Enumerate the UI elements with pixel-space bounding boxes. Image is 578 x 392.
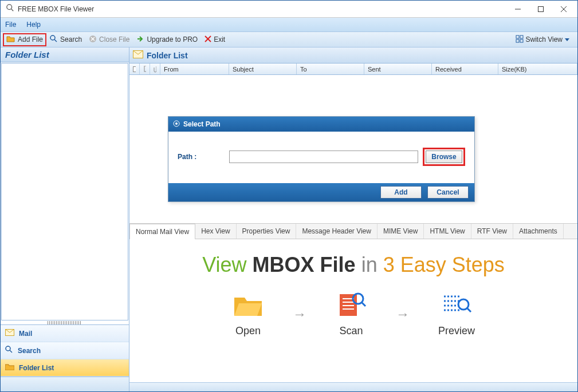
close-file-button[interactable]: Close File (85, 34, 133, 46)
switch-view-button[interactable]: Switch View (512, 34, 575, 46)
arrow-right-icon (136, 35, 144, 45)
tab-normal[interactable]: Normal Mail View (129, 224, 195, 239)
x-icon (205, 35, 211, 44)
dialog-body: Path : Browse (168, 132, 474, 183)
content-title: Folder List (147, 51, 188, 60)
document-search-icon (335, 291, 367, 320)
close-file-label: Close File (99, 35, 129, 43)
col-to[interactable]: To (297, 64, 364, 74)
sidebar: Folder List Mail Search Folder List (1, 47, 129, 391)
svg-rect-21 (133, 66, 136, 72)
content-panel: Folder List From Subject To Sent Receive… (129, 47, 577, 391)
step-scan-label: Scan (339, 325, 363, 337)
dialog-title: Select Path (183, 120, 221, 128)
nav-folder-list[interactable]: Folder List (1, 359, 129, 377)
close-button[interactable] (552, 1, 575, 17)
svg-line-37 (467, 308, 471, 312)
promo-w3: in (361, 253, 378, 276)
svg-point-0 (7, 4, 12, 9)
promo-w2: MBOX File (253, 253, 356, 276)
search-label: Search (60, 35, 82, 43)
col-from[interactable]: From (160, 64, 229, 74)
svg-rect-22 (144, 66, 146, 72)
svg-line-7 (54, 39, 57, 42)
promo-title: View MBOX File in 3 Easy Steps (129, 253, 577, 277)
svg-point-24 (175, 122, 178, 125)
nav-search[interactable]: Search (1, 342, 129, 359)
list-search-icon (441, 291, 473, 320)
svg-rect-15 (516, 39, 519, 42)
exit-button[interactable]: Exit (201, 34, 229, 45)
menu-bar: File Help (1, 18, 577, 31)
col-attachment-icon[interactable] (150, 64, 160, 74)
col-received[interactable]: Received (432, 64, 498, 74)
grid-body: Select Path Path : Browse Add Cancel (129, 75, 577, 223)
nav-folder-list-label: Folder List (19, 364, 54, 372)
promo-steps: Open → Scan → Preview (129, 291, 577, 337)
folder-icon (5, 363, 14, 372)
nav-mail-label: Mail (19, 330, 32, 338)
step-scan: Scan (335, 291, 367, 337)
menu-file[interactable]: File (5, 21, 16, 29)
nav-list: Mail Search Folder List (1, 324, 129, 377)
tab-hex[interactable]: Hex View (195, 224, 236, 239)
svg-rect-3 (538, 6, 544, 11)
tab-html[interactable]: HTML View (424, 224, 471, 239)
col-checkbox[interactable] (129, 64, 140, 74)
path-input[interactable] (229, 151, 418, 163)
add-button[interactable]: Add (380, 186, 422, 199)
main-area: Folder List Mail Search Folder List Fold… (1, 47, 577, 391)
browse-highlight: Browse (423, 148, 465, 166)
svg-point-6 (50, 35, 55, 40)
promo-w1: View (202, 253, 246, 276)
status-bar (129, 382, 577, 391)
nav-bottom-strip (1, 377, 129, 391)
tab-properties[interactable]: Properties View (237, 224, 297, 239)
svg-rect-13 (516, 35, 519, 38)
window-title: FREE MBOX File Viewer (18, 5, 94, 13)
step-open: Open (232, 291, 264, 337)
tab-attachments[interactable]: Attachments (513, 224, 564, 239)
exit-label: Exit (214, 35, 225, 43)
tab-mime[interactable]: MIME View (378, 224, 424, 239)
select-path-dialog: Select Path Path : Browse Add Cancel (168, 116, 475, 202)
folder-tree[interactable] (1, 63, 128, 320)
close-file-icon (89, 35, 97, 45)
dialog-title-bar: Select Path (168, 117, 474, 132)
add-file-label: Add File (18, 35, 43, 43)
nav-mail[interactable]: Mail (1, 325, 129, 342)
col-sent[interactable]: Sent (364, 64, 432, 74)
menu-help[interactable]: Help (26, 21, 41, 29)
search-icon (5, 346, 13, 355)
col-subject[interactable]: Subject (229, 64, 297, 74)
minimize-button[interactable] (506, 1, 529, 17)
svg-line-19 (10, 350, 12, 353)
folder-open-icon (6, 35, 15, 45)
tab-rtf[interactable]: RTF View (471, 224, 513, 239)
grid-icon (516, 35, 524, 45)
col-size[interactable]: Size(KB) (498, 64, 577, 74)
promo-panel: View MBOX File in 3 Easy Steps Open → Sc… (129, 239, 577, 382)
tab-header[interactable]: Message Header View (296, 224, 378, 239)
svg-rect-16 (520, 39, 523, 42)
view-tabs: Normal Mail View Hex View Properties Vie… (129, 223, 577, 239)
add-file-button[interactable]: Add File (3, 33, 46, 46)
switch-view-label: Switch View (526, 35, 563, 43)
svg-point-18 (6, 346, 10, 351)
mail-icon (133, 50, 143, 60)
toolbar: Add File Search Close File Upgrade to PR… (1, 31, 577, 47)
step-preview-label: Preview (438, 325, 475, 337)
col-flag-icon[interactable] (140, 64, 150, 74)
upgrade-button[interactable]: Upgrade to PRO (133, 34, 201, 46)
cancel-button[interactable]: Cancel (427, 186, 469, 199)
path-label: Path : (178, 153, 229, 161)
magnifier-icon (6, 4, 14, 14)
svg-line-1 (11, 9, 14, 11)
browse-button[interactable]: Browse (426, 151, 462, 163)
search-icon (50, 35, 58, 45)
search-button[interactable]: Search (46, 34, 85, 46)
folder-open-icon (232, 291, 264, 320)
svg-rect-14 (520, 35, 523, 38)
mail-icon (5, 329, 14, 338)
maximize-button[interactable] (529, 1, 552, 17)
